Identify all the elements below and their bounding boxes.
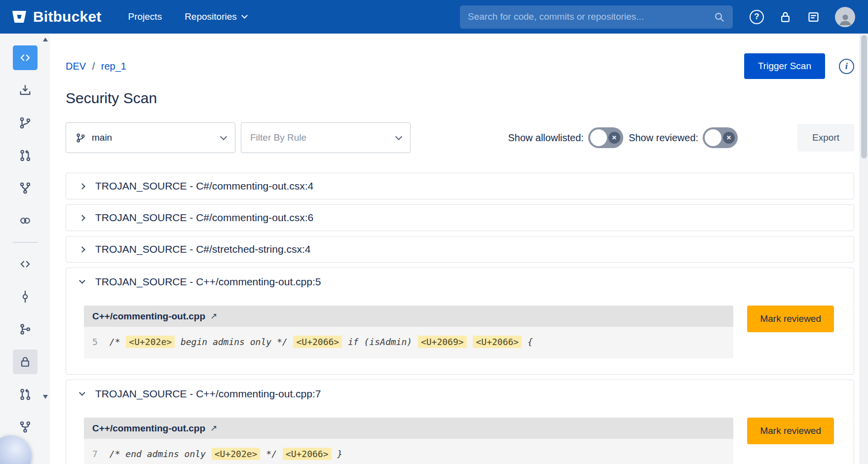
show-allowlisted-label: Show allowlisted: — [508, 132, 583, 144]
nav-projects[interactable]: Projects — [128, 11, 162, 22]
floating-widget[interactable] — [0, 435, 32, 464]
navbar-icons: ? — [750, 7, 855, 27]
pipelines-icon — [18, 181, 32, 195]
unicode-token: <U+2066> — [283, 448, 332, 460]
breadcrumb-separator: / — [92, 61, 95, 72]
sidebar-item-pipelines[interactable] — [13, 176, 38, 200]
chevron-right-icon — [79, 246, 85, 253]
search-icon[interactable] — [714, 11, 725, 23]
chevron-down-icon — [395, 133, 402, 140]
pull-request-icon — [18, 387, 32, 401]
scrollbar-thumb[interactable] — [861, 35, 867, 158]
external-link-icon[interactable]: ↗ — [210, 423, 217, 433]
mark-reviewed-button[interactable]: Mark reviewed — [747, 418, 834, 444]
finding-header[interactable]: TROJAN_SOURCE - C#/stretched-string.csx:… — [66, 236, 854, 262]
search-input[interactable] — [468, 11, 714, 22]
sidebar-item-source[interactable] — [13, 45, 38, 70]
file-header: C++/commenting-out.cpp↗ — [84, 306, 733, 327]
page-header: DEV / rep_1 Trigger Scan i — [66, 53, 854, 79]
sidebar-item-branch[interactable] — [13, 111, 38, 135]
rings-icon — [18, 214, 32, 228]
show-allowlisted-toggle[interactable]: ✕ — [588, 127, 623, 148]
code-segment: { — [522, 337, 533, 347]
rule-filter-placeholder: Filter By Rule — [250, 132, 306, 143]
code-segment: begin admins only */ — [175, 337, 293, 347]
mark-reviewed-button[interactable]: Mark reviewed — [747, 306, 834, 332]
scroll-up-icon[interactable] — [43, 38, 48, 41]
file-name-link[interactable]: C++/commenting-out.cpp — [92, 311, 205, 322]
finding-title: TROJAN_SOURCE - C#/commenting-out.csx:6 — [95, 212, 313, 224]
breadcrumb: DEV / rep_1 — [66, 61, 126, 72]
finding-title: TROJAN_SOURCE - C++/commenting-out.cpp:7 — [95, 388, 321, 400]
chevron-right-icon — [79, 215, 85, 221]
chevron-down-icon — [220, 133, 227, 140]
export-button[interactable]: Export — [797, 124, 854, 152]
finding-title: TROJAN_SOURCE - C++/commenting-out.cpp:5 — [95, 276, 321, 288]
help-icon[interactable]: ? — [750, 10, 764, 24]
code-segment: } — [332, 449, 343, 459]
trigger-scan-button[interactable]: Trigger Scan — [744, 53, 825, 79]
show-reviewed-label: Show reviewed: — [629, 132, 698, 144]
finding-header[interactable]: TROJAN_SOURCE - C++/commenting-out.cpp:7 — [66, 380, 854, 408]
unicode-token: <U+2066> — [473, 336, 522, 348]
sidebar-item-clone[interactable] — [13, 78, 38, 103]
sidebar-item-pull-request[interactable] — [13, 143, 38, 168]
finding-row: TROJAN_SOURCE - C#/stretched-string.csx:… — [66, 236, 854, 263]
sidebar-scrollbar[interactable] — [42, 38, 48, 399]
code-text: /* <U+202e> begin admins only */ <U+2066… — [110, 335, 533, 348]
bitbucket-logo-icon — [11, 8, 28, 25]
finding-row: TROJAN_SOURCE - C++/commenting-out.cpp:7… — [66, 380, 854, 464]
header-actions: Trigger Scan i — [744, 53, 854, 79]
sidebar-item-branch-graph[interactable] — [13, 317, 38, 342]
nav-repositories[interactable]: Repositories — [185, 11, 247, 22]
code-line: 7/* end admins only <U+202e> */ <U+2066>… — [84, 439, 733, 464]
file-name-link[interactable]: C++/commenting-out.cpp — [92, 423, 205, 434]
lock-icon[interactable] — [779, 10, 792, 24]
nav-repositories-label: Repositories — [185, 11, 237, 22]
branch-icon — [75, 132, 86, 144]
sidebar-item-code[interactable] — [13, 252, 38, 276]
unicode-token: <U+2066> — [293, 336, 342, 348]
breadcrumb-project-link[interactable]: DEV — [66, 61, 86, 72]
pull-request-icon — [18, 149, 32, 162]
show-reviewed-toggle[interactable]: ✕ — [703, 127, 738, 148]
toggle-knob — [705, 129, 721, 146]
page-scrollbar[interactable] — [860, 34, 868, 464]
unicode-token: <U+2069> — [418, 336, 467, 348]
external-link-icon[interactable]: ↗ — [210, 311, 217, 321]
finding-row: TROJAN_SOURCE - C++/commenting-out.cpp:5… — [66, 268, 854, 375]
finding-header[interactable]: TROJAN_SOURCE - C++/commenting-out.cpp:5 — [66, 268, 854, 296]
unicode-token: <U+202e> — [126, 336, 175, 348]
nav-menu: Projects Repositories — [128, 11, 247, 22]
code-segment: if (isAdmin) — [342, 337, 417, 347]
avatar[interactable] — [835, 7, 855, 27]
breadcrumb-repo-link[interactable]: rep_1 — [101, 61, 126, 72]
feedback-icon[interactable] — [807, 10, 820, 24]
code-segment — [467, 337, 473, 347]
sidebar-item-security-lock[interactable] — [13, 349, 38, 374]
sidebar-item-rings[interactable] — [13, 208, 38, 233]
sidebar-item-commit[interactable] — [13, 284, 38, 309]
scroll-down-icon[interactable] — [43, 395, 48, 399]
rule-filter-select[interactable]: Filter By Rule — [241, 122, 411, 153]
finding-header[interactable]: TROJAN_SOURCE - C#/commenting-out.csx:4 — [66, 173, 854, 199]
finding-row: TROJAN_SOURCE - C#/commenting-out.csx:6 — [66, 204, 854, 231]
chevron-right-icon — [79, 183, 85, 190]
info-icon[interactable]: i — [839, 59, 854, 74]
sidebar-item-pull-request[interactable] — [13, 382, 38, 407]
bitbucket-brand[interactable]: Bitbucket — [11, 8, 102, 25]
code-text: /* end admins only <U+202e> */ <U+2066> … — [110, 447, 342, 461]
line-number: 7 — [92, 447, 98, 461]
clone-icon — [18, 83, 32, 97]
branch-select[interactable]: main — [66, 122, 235, 153]
finding-header[interactable]: TROJAN_SOURCE - C#/commenting-out.csx:6 — [66, 205, 854, 231]
body-row: DEV / rep_1 Trigger Scan i Security Scan… — [0, 34, 868, 464]
controls-row: main Filter By Rule Show allowlisted: ✕ … — [66, 122, 854, 153]
finding-title: TROJAN_SOURCE - C#/stretched-string.csx:… — [95, 243, 310, 255]
global-search[interactable] — [460, 5, 733, 29]
toggle-off-x-icon: ✕ — [723, 132, 735, 144]
nav-projects-label: Projects — [128, 11, 162, 22]
branch-icon — [18, 116, 32, 130]
sidebar — [0, 34, 50, 464]
sidebar-divider — [13, 242, 38, 243]
